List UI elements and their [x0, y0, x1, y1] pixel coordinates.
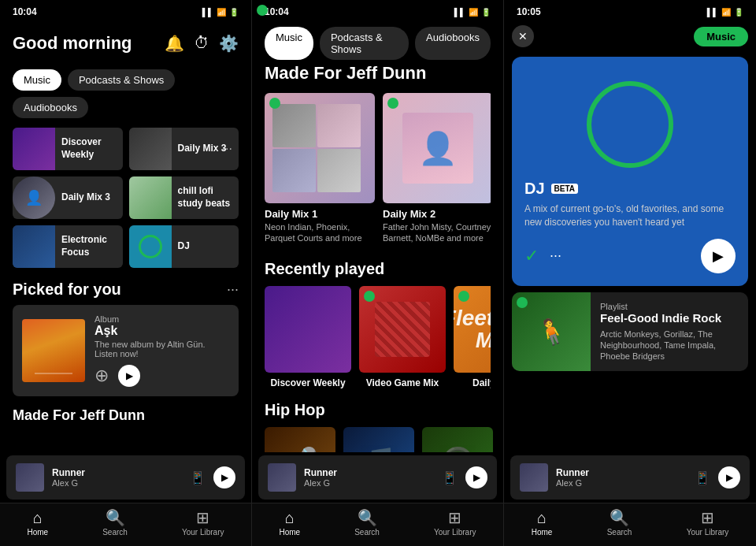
hiphop-row: 🎤 🎵 🎧: [265, 427, 491, 452]
nav-home-1[interactable]: ⌂ Home: [28, 510, 49, 537]
cast-icon-2[interactable]: 📱: [442, 470, 458, 485]
more-icon-daily3[interactable]: ···: [222, 142, 232, 156]
mini-controls-3: 📱 ▶: [695, 466, 740, 488]
library-item-chill[interactable]: chill lofi study beats: [129, 176, 239, 219]
daily-mix-2[interactable]: 👤 Daily Mix 2 Father John Misty, Courtne…: [383, 93, 491, 244]
play-picked-btn[interactable]: ▶: [118, 365, 140, 387]
nav-search-2[interactable]: 🔍 Search: [354, 510, 380, 537]
recent-vg-label: Video Game Mix: [359, 377, 446, 388]
recent-vgmix[interactable]: Video Game Mix: [359, 286, 446, 388]
picked-more-icon[interactable]: ···: [227, 281, 239, 298]
crystal-label: Daily Mix 3: [55, 187, 117, 209]
signal-icon: ▌▌: [202, 8, 213, 17]
recent-daily3[interactable]: Fleetwood Mac Daily Mix 3: [454, 286, 491, 388]
dj-circle: [587, 81, 673, 168]
made-for-title-1: Made For Jeff Dunn: [0, 396, 251, 427]
electronic-label: Electronic Focus: [55, 229, 123, 263]
search-icon-1: 🔍: [106, 510, 125, 526]
mini-controls-1: 📱 ▶: [190, 466, 235, 488]
search-icon-2: 🔍: [358, 510, 377, 526]
library-icon-3: ⊞: [701, 510, 714, 526]
mini-artist-3: Alex G: [556, 478, 687, 488]
content-3: DJ BETA A mix of current go-to's, old fa…: [504, 50, 756, 452]
feelgood-artists: Arctic Monkeys, Gorillaz, The Neighbourh…: [600, 329, 739, 362]
dj-label-lib: DJ: [172, 236, 196, 258]
nav-home-2[interactable]: ⌂ Home: [280, 510, 301, 537]
spotify-logo-rvg: [364, 291, 375, 302]
library-item-dj[interactable]: DJ: [129, 225, 239, 268]
mini-player-2[interactable]: Runner Alex G 📱 ▶: [258, 455, 497, 500]
mini-player-info-2: Runner Alex G: [304, 467, 434, 488]
play-btn-mini-1[interactable]: ▶: [213, 466, 235, 488]
wifi-icon: 📶: [217, 8, 226, 17]
greeting-section: Good morning 🔔 ⏱ ⚙️: [0, 20, 251, 69]
play-btn-mini-2[interactable]: ▶: [465, 466, 487, 488]
mini-player-3[interactable]: Runner Alex G 📱 ▶: [510, 455, 750, 500]
library-row-2: 👤 Daily Mix 3 chill lofi study beats: [13, 176, 239, 219]
panel-home-3: 10:05 ▌▌ 📶 🔋 ✕ Music DJ BETA A mix of cu…: [504, 0, 756, 546]
greeting-title: Good morning: [13, 33, 132, 54]
daily3-thumb: [129, 128, 172, 170]
hiphop-1[interactable]: 🎤: [265, 427, 335, 452]
library-item-crystal[interactable]: 👤 Daily Mix 3: [13, 176, 123, 219]
nav-search-label-2: Search: [354, 528, 380, 537]
music-pill-active[interactable]: Music: [694, 27, 748, 46]
pill-music-1[interactable]: Music: [13, 69, 61, 91]
picked-card[interactable]: Album Aşk The new album by Altin Gün. Li…: [13, 305, 239, 396]
mini-title-2: Runner: [304, 467, 434, 478]
nav-library-1[interactable]: ⊞ Your Library: [182, 510, 224, 537]
feelgood-tag: Playlist: [600, 302, 739, 311]
library-item-daily3[interactable]: Daily Mix 3 ···: [129, 128, 239, 170]
status-icons-3: ▌▌ 📶 🔋: [707, 8, 743, 17]
battery-icon-3: 🔋: [734, 8, 743, 17]
recent-daily3-thumb: Fleetwood Mac: [454, 286, 491, 373]
settings-icon[interactable]: ⚙️: [219, 34, 239, 53]
nav-library-2[interactable]: ⊞ Your Library: [434, 510, 476, 537]
add-to-library-btn[interactable]: ⊕: [94, 366, 109, 386]
dj-check-icon[interactable]: ✓: [524, 246, 539, 266]
daily1-thumb: [265, 93, 375, 203]
made-for-heading-2: Made For Jeff Dunn: [265, 63, 491, 84]
dj-circle-container: [524, 69, 736, 180]
library-item-discover[interactable]: Discover Weekly: [13, 128, 123, 170]
cast-icon-1[interactable]: 📱: [190, 470, 206, 485]
library-item-electronic[interactable]: Electronic Focus: [13, 225, 123, 268]
dj-desc: A mix of current go-to's, old favorites,…: [524, 202, 736, 229]
status-icons-2: ▌▌ 📶 🔋: [454, 8, 491, 17]
panel-home-2: 10:04 ▌▌ 📶 🔋 Music Podcasts & Shows Audi…: [252, 0, 504, 546]
library-grid: Discover Weekly Daily Mix 3 ··· 👤 Daily …: [0, 128, 251, 268]
dj-label: DJ: [524, 180, 545, 198]
nav-home-3[interactable]: ⌂ Home: [532, 510, 553, 537]
recent-discover[interactable]: Discover Weekly: [265, 286, 351, 388]
mini-player-info-3: Runner Alex G: [556, 467, 687, 488]
nav-search-3[interactable]: 🔍 Search: [607, 510, 632, 537]
pill-audiobooks-2[interactable]: Audiobooks: [415, 27, 491, 60]
pill-podcasts-1[interactable]: Podcasts & Shows: [68, 69, 175, 91]
cast-icon-3[interactable]: 📱: [695, 470, 710, 485]
mini-controls-2: 📱 ▶: [442, 466, 487, 488]
recent-row: Discover Weekly Video Game Mix Fleetwood…: [265, 286, 491, 388]
time-3: 10:05: [517, 6, 541, 17]
status-bar-2: 10:04 ▌▌ 📶 🔋: [252, 0, 503, 20]
mini-player-1[interactable]: Runner Alex G 📱 ▶: [6, 455, 245, 500]
pill-audiobooks-1[interactable]: Audiobooks: [13, 97, 88, 118]
battery-icon-2: 🔋: [481, 8, 491, 17]
nav-library-3[interactable]: ⊞ Your Library: [687, 510, 729, 537]
recent-discover-label: Discover Weekly: [265, 377, 351, 388]
wifi-icon-2: 📶: [469, 8, 478, 17]
play-btn-mini-3[interactable]: ▶: [718, 466, 740, 488]
daily-mix-1[interactable]: Daily Mix 1 Neon Indian, Phoenix, Parque…: [265, 93, 375, 244]
pill-music-2[interactable]: Music: [265, 27, 313, 60]
clock-icon[interactable]: ⏱: [194, 34, 209, 53]
feelgood-card[interactable]: 🧍 Playlist Feel-Good Indie Rock Arctic M…: [512, 292, 748, 372]
dj-play-btn[interactable]: ▶: [701, 239, 736, 273]
hiphop-3[interactable]: 🎧: [422, 427, 493, 452]
hiphop-2[interactable]: 🎵: [343, 427, 414, 452]
close-btn-3[interactable]: ✕: [512, 25, 534, 47]
dj-more-icon[interactable]: ···: [550, 247, 561, 264]
mini-player-info-1: Runner Alex G: [52, 467, 182, 488]
pill-podcasts-2[interactable]: Podcasts & Shows: [320, 27, 409, 60]
notifications-icon[interactable]: 🔔: [165, 34, 184, 53]
library-row-1: Discover Weekly Daily Mix 3 ···: [13, 128, 239, 170]
nav-search-1[interactable]: 🔍 Search: [102, 510, 128, 537]
